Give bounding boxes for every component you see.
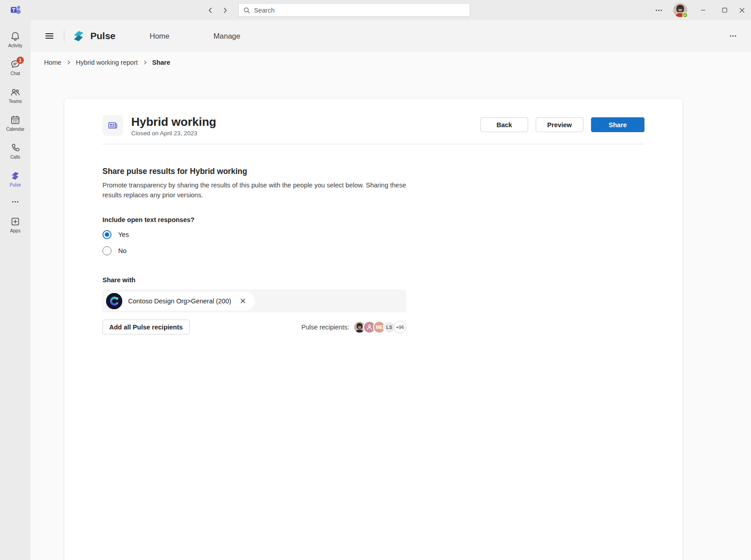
- share-button[interactable]: Share: [591, 117, 644, 132]
- radio-label: Yes: [118, 231, 129, 238]
- bell-icon: [10, 31, 21, 42]
- more-icon: [729, 32, 737, 40]
- sidebar-item-activity[interactable]: Activity: [0, 26, 31, 53]
- sidebar-item-calls[interactable]: Calls: [0, 137, 31, 165]
- window-close-button[interactable]: [733, 0, 751, 20]
- recipient-chip[interactable]: Contoso Design Org>General (200): [105, 292, 255, 311]
- share-with-label: Share with: [102, 276, 644, 284]
- chat-unread-badge: 1: [17, 57, 24, 64]
- recipient-chip-label: Contoso Design Org>General (200): [128, 298, 231, 305]
- teams-people-icon: [10, 87, 21, 98]
- window-minimize-button[interactable]: [693, 0, 714, 20]
- calendar-icon: [10, 115, 21, 125]
- window-titlebar: [0, 0, 751, 20]
- close-icon: [738, 7, 746, 14]
- radio-option-yes[interactable]: Yes: [102, 230, 644, 240]
- breadcrumb-share: Share: [152, 59, 170, 66]
- more-icon: [11, 198, 19, 206]
- pulse-app-logo-icon: [71, 29, 86, 43]
- titlebar-more-button[interactable]: [651, 5, 667, 16]
- sidebar-item-pulse[interactable]: Pulse: [0, 165, 31, 193]
- back-button[interactable]: Back: [480, 117, 528, 132]
- recipients-overflow-badge[interactable]: +96: [394, 321, 406, 333]
- sidebar-item-label: Teams: [9, 99, 22, 104]
- nav-forward-button[interactable]: [220, 5, 231, 16]
- recipients-label: Pulse recipients:: [302, 324, 349, 331]
- contoso-logo-icon: [106, 293, 122, 309]
- radio-unselected-icon[interactable]: [102, 246, 111, 255]
- preview-button[interactable]: Preview: [536, 117, 583, 132]
- report-icon-box: [102, 115, 123, 136]
- more-icon: [655, 6, 663, 14]
- close-icon: [240, 298, 246, 304]
- search-box[interactable]: [238, 3, 470, 17]
- card-header: Hybrid working Closed on April 23, 2023 …: [102, 115, 644, 137]
- sidebar-item-calendar[interactable]: Calendar: [0, 109, 31, 137]
- tab-manage[interactable]: Manage: [207, 27, 247, 45]
- search-input[interactable]: [254, 7, 465, 14]
- pulse-app-header: Pulse Home Manage: [31, 20, 751, 52]
- breadcrumb: Home Hybrid working report Share: [31, 52, 751, 73]
- chevron-left-icon: [207, 7, 214, 14]
- radio-option-no[interactable]: No: [102, 246, 644, 256]
- sidebar-item-label: Chat: [10, 71, 20, 76]
- window-maximize-button[interactable]: [714, 0, 735, 20]
- sidebar-item-chat[interactable]: 1 Chat: [0, 53, 31, 81]
- radio-label: No: [118, 247, 127, 254]
- breadcrumb-chevron-icon: [66, 60, 71, 65]
- app-title: Pulse: [90, 31, 116, 41]
- section-heading: Share pulse results for Hybrid working: [102, 167, 644, 176]
- content-area: Hybrid working Closed on April 23, 2023 …: [31, 73, 751, 560]
- closed-date-label: Closed on April 23, 2023: [131, 130, 216, 137]
- nav-back-button[interactable]: [205, 5, 216, 16]
- search-icon: [243, 7, 250, 14]
- available-status-icon: [682, 12, 688, 18]
- sidebar-item-apps[interactable]: Apps: [0, 211, 31, 239]
- minimize-icon: [700, 7, 707, 13]
- sidebar-item-teams[interactable]: Teams: [0, 81, 31, 109]
- app-header-more-button[interactable]: [725, 30, 741, 42]
- sidebar-item-label: Activity: [8, 43, 22, 48]
- pulse-recipients: Pulse recipients:: [302, 321, 406, 333]
- card-divider: [102, 144, 644, 144]
- breadcrumb-home[interactable]: Home: [44, 59, 62, 66]
- apps-icon: [10, 216, 21, 227]
- sidebar-item-label: Calendar: [6, 127, 25, 132]
- header-actions: Back Preview Share: [480, 117, 644, 132]
- recipients-avatar-stack: ME LS +96: [353, 321, 406, 333]
- radio-selected-icon[interactable]: [102, 230, 111, 239]
- newspaper-icon: [107, 120, 119, 131]
- share-card: Hybrid working Closed on April 23, 2023 …: [64, 98, 683, 560]
- sidebar-item-label: Pulse: [9, 182, 21, 187]
- add-all-recipients-button[interactable]: Add all Pulse recipients: [102, 320, 190, 334]
- tab-home[interactable]: Home: [143, 27, 176, 45]
- maximize-icon: [721, 7, 728, 13]
- breadcrumb-chevron-icon: [142, 60, 148, 65]
- hamburger-menu-button[interactable]: [40, 27, 58, 45]
- breadcrumb-report[interactable]: Hybrid working report: [76, 59, 138, 66]
- sidebar-more-button[interactable]: [0, 193, 31, 211]
- pulse-logo-icon: [10, 170, 21, 181]
- chevron-right-icon: [222, 7, 229, 14]
- section-description: Promote transparency by sharing the resu…: [102, 180, 407, 200]
- sidebar-item-label: Calls: [10, 155, 20, 160]
- phone-icon: [10, 142, 21, 153]
- remove-recipient-button[interactable]: [238, 296, 248, 306]
- share-with-input[interactable]: Contoso Design Org>General (200): [102, 289, 406, 312]
- header-divider: [64, 30, 64, 42]
- page-title: Hybrid working: [131, 115, 216, 129]
- hamburger-icon: [44, 31, 55, 41]
- app-rail: Activity 1 Chat Teams: [0, 20, 31, 560]
- sidebar-item-label: Apps: [10, 228, 21, 233]
- teams-logo-icon: [9, 4, 22, 16]
- recipients-row: Add all Pulse recipients Pulse recipient…: [102, 320, 406, 334]
- user-avatar[interactable]: [673, 3, 687, 17]
- card-title-block: Hybrid working Closed on April 23, 2023: [131, 115, 216, 137]
- open-text-question: Include open text responses?: [102, 216, 644, 223]
- chat-icon: 1: [10, 59, 21, 70]
